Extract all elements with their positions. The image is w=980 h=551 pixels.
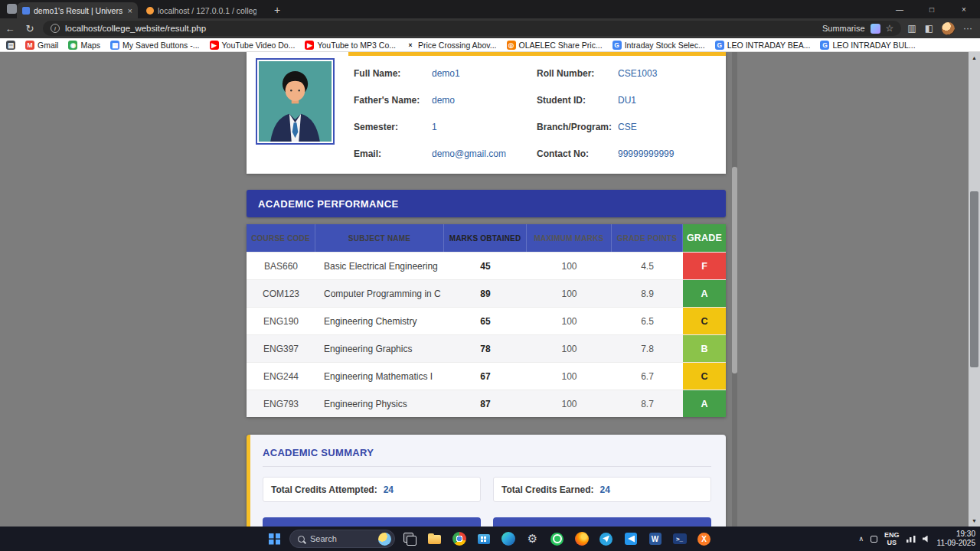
field-label: Roll Number:: [537, 68, 618, 79]
settings-icon[interactable]: [523, 530, 542, 549]
subject-cell: Engineering Chemistry: [315, 308, 444, 334]
tray-time: 19:30: [937, 530, 975, 540]
scroll-down-arrow[interactable]: ▼: [969, 515, 980, 527]
file-explorer-icon[interactable]: [425, 530, 444, 549]
firefox-icon[interactable]: [572, 530, 591, 549]
language-code: ENG: [884, 531, 900, 539]
bookmark-label: YouTube Video Do...: [222, 41, 296, 50]
grade-badge: F: [683, 253, 726, 279]
summary-box: Total Credits Earned:24: [493, 477, 711, 502]
google-icon: G: [820, 41, 829, 50]
bookmark-label: LEO INTRADAY BUL...: [832, 41, 915, 50]
page-scrollbar-thumb[interactable]: [732, 167, 737, 373]
url-text[interactable]: localhost/college_website/result.php: [65, 24, 817, 33]
bookmark-label: Gmail: [38, 41, 58, 50]
start-button[interactable]: [265, 530, 284, 549]
bookmark-item[interactable]: ◎OLAELEC Share Pric...: [507, 41, 603, 50]
sgpa-card-header: [263, 517, 481, 527]
bookmark-item[interactable]: GLEO INTRADAY BUL...: [820, 41, 915, 50]
bookmark-label: My Saved Buttons -...: [122, 41, 199, 50]
whatsapp-icon[interactable]: [547, 530, 567, 549]
maps-pin-icon: ◉: [68, 41, 77, 50]
bookmark-item[interactable]: ▶YouTube Video Do...: [210, 41, 296, 50]
bookmark-item[interactable]: ◉Maps: [68, 41, 100, 50]
browser-scrollbar-thumb[interactable]: [970, 191, 978, 367]
minimize-button[interactable]: —: [884, 0, 916, 18]
address-bar[interactable]: i localhost/college_website/result.php S…: [43, 21, 901, 36]
refresh-button[interactable]: ↻: [20, 23, 40, 34]
subject-cell: Engineering Physics: [315, 390, 444, 417]
course-code-cell: ENG793: [247, 390, 315, 417]
scroll-up-arrow[interactable]: ▲: [969, 52, 980, 64]
taskbar-apps: [400, 530, 714, 549]
favorite-star-icon[interactable]: ☆: [886, 23, 894, 34]
task-view-icon[interactable]: [400, 530, 420, 549]
summary-value: 24: [384, 484, 394, 495]
store-icon[interactable]: [474, 530, 493, 549]
tab-favicon: [146, 7, 154, 15]
field-label: Email:: [354, 148, 432, 159]
vscode-icon[interactable]: [621, 530, 640, 549]
subject-cell: Engineering Mathematics I: [315, 363, 444, 390]
weather-icon[interactable]: [378, 533, 391, 546]
copilot-icon[interactable]: [871, 24, 880, 34]
profile-avatar[interactable]: [942, 22, 955, 35]
tab-inactive[interactable]: localhost / 127.0.0.1 / college_db...: [141, 2, 262, 18]
taskbar-search[interactable]: Search: [289, 530, 395, 548]
search-icon: [298, 536, 305, 543]
back-button[interactable]: ←: [0, 23, 20, 34]
bookmark-item[interactable]: MGmail: [25, 41, 58, 50]
youtube-icon: ▶: [210, 41, 219, 50]
field-value: CSE: [618, 122, 720, 132]
bookmark-label: OLAELEC Share Pric...: [519, 41, 603, 50]
summarise-button[interactable]: Summarise: [822, 24, 865, 33]
bookmark-item[interactable]: ×Price Crossing Abov...: [406, 41, 497, 50]
extensions-icon[interactable]: ◧: [925, 23, 933, 34]
grade-badge: C: [683, 308, 726, 334]
olaelec-icon: ◎: [507, 41, 516, 50]
xampp-icon[interactable]: [694, 530, 714, 549]
bookmark-label: Price Crossing Abov...: [418, 41, 497, 50]
marks-cell: 78: [444, 335, 527, 362]
system-tray: ∧ ENG US 19:30 11-09-2025: [858, 527, 975, 551]
grade-badge: A: [683, 280, 726, 307]
close-button[interactable]: ×: [948, 0, 980, 18]
tray-chevron-icon[interactable]: ∧: [858, 535, 864, 543]
volume-icon[interactable]: [923, 536, 930, 543]
network-icon[interactable]: [906, 536, 916, 543]
clock[interactable]: 19:30 11-09-2025: [937, 530, 975, 549]
edge-icon[interactable]: [498, 530, 518, 549]
bookmark-item[interactable]: GLEO INTRADAY BEA...: [715, 41, 811, 50]
tab-close-icon[interactable]: ×: [126, 6, 132, 15]
tray-app-icon[interactable]: [871, 536, 877, 543]
summary-box: Total Credits Attempted:24: [263, 477, 481, 502]
new-tab-button[interactable]: +: [270, 2, 285, 18]
bookmark-item[interactable]: ▶YouTube to MP3 Co...: [305, 41, 396, 50]
column-header: GRADE: [683, 224, 726, 252]
page-scrollbar[interactable]: [732, 52, 737, 527]
max-marks-cell: 100: [527, 335, 612, 362]
field-value: CSE1003: [618, 68, 720, 79]
bookmark-item[interactable]: GIntraday Stock Selec...: [612, 41, 705, 50]
language-indicator[interactable]: ENG US: [884, 531, 900, 547]
max-marks-cell: 100: [527, 253, 612, 279]
site-info-icon[interactable]: i: [51, 24, 60, 33]
field-value: demo@gmail.com: [432, 148, 537, 159]
browser-menu-button[interactable]: ···: [963, 23, 972, 34]
tab-active[interactable]: demo1's Result | University Resul... ×: [17, 2, 138, 18]
column-header: MAXIMUM MARKS: [527, 224, 612, 252]
field-value: 99999999999: [618, 148, 720, 159]
google-icon: G: [715, 41, 724, 50]
bookmark-item[interactable]: ▦My Saved Buttons -...: [110, 41, 199, 50]
header-accent-bar: [348, 52, 726, 56]
maximize-button[interactable]: □: [916, 0, 948, 18]
bookmark-label: Intraday Stock Selec...: [625, 41, 705, 50]
browser-scrollbar[interactable]: ▲ ▼: [969, 52, 980, 527]
telegram-icon[interactable]: [596, 530, 616, 549]
chrome-icon[interactable]: [449, 530, 469, 549]
table-row: COM123Computer Programming in C891008.9A: [247, 279, 726, 307]
word-icon[interactable]: [645, 530, 665, 549]
bookmark-item[interactable]: ▤: [6, 41, 15, 50]
powershell-icon[interactable]: [670, 530, 689, 549]
collections-icon[interactable]: ▥: [907, 23, 916, 34]
